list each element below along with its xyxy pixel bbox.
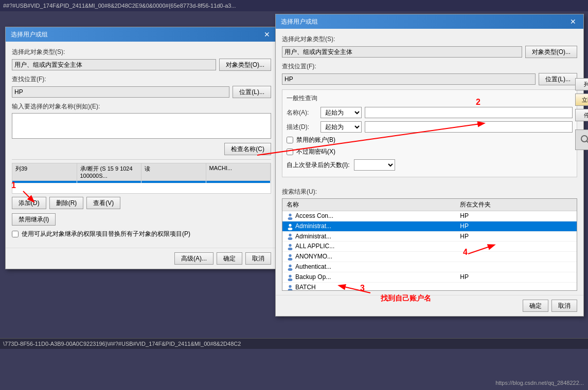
days-label: 自上次登录后的天数(I):: [287, 161, 350, 170]
disabled-accounts-checkbox[interactable]: [287, 137, 293, 143]
location-input-left: [12, 86, 229, 98]
dialog-right-close[interactable]: ✕: [568, 17, 578, 26]
dialog-right-titlebar: 选择用户或组 ✕: [276, 14, 583, 29]
table-row[interactable]: BATCH: [282, 282, 577, 291]
svg-point-9: [288, 258, 293, 261]
perm-col-inherit: MACHI...: [206, 163, 271, 180]
svg-point-1: [288, 217, 293, 220]
col-name-header: 名称: [282, 199, 456, 211]
check-name-btn[interactable]: 检查名称(C): [224, 143, 271, 155]
url-watermark: https://blog.csdn.net/qq_2848222...: [495, 380, 584, 386]
svg-point-7: [288, 248, 293, 250]
results-section: 搜索结果(U): 名称 所在文件夹 Access Con...HP Admini…: [276, 188, 583, 295]
location-btn-left[interactable]: 位置(L)...: [233, 86, 271, 98]
search-now-btn[interactable]: 立即查找(N): [575, 94, 588, 106]
stop-btn[interactable]: 停止(T): [575, 109, 588, 121]
dialog-left-footer: 高级(A)... 确定 取消: [6, 248, 277, 269]
location-label-right: 查找位置(F):: [282, 62, 577, 71]
table-row[interactable]: Administrat...HP: [282, 221, 577, 231]
svg-point-3: [288, 227, 293, 230]
table-row[interactable]: Access Con...HP: [282, 211, 577, 221]
perm-col-type: 列39: [12, 163, 77, 180]
desc-input[interactable]: [365, 121, 573, 133]
ok-btn-left[interactable]: 确定: [217, 252, 242, 265]
name-label: 名称(A):: [287, 108, 317, 117]
results-table-container[interactable]: 名称 所在文件夹 Access Con...HP Administrat...H…: [282, 198, 577, 291]
svg-point-6: [289, 244, 291, 247]
dialog-left-title: 选择用户或组: [11, 30, 48, 39]
cancel-btn-left[interactable]: 取消: [245, 252, 271, 265]
dialog-select-user-left: 选择用户或组 ✕ 选择此对象类型(S): 对象类型(O)... 查找位置(F):…: [5, 27, 278, 269]
name-input[interactable]: [365, 107, 573, 118]
svg-point-4: [289, 234, 291, 236]
dialog-right-footer: 确定 取消: [276, 295, 583, 316]
replace-checkbox[interactable]: [12, 231, 19, 237]
no-expire-checkbox[interactable]: [287, 148, 293, 155]
col-btn[interactable]: 列(C)...: [575, 78, 588, 90]
svg-point-2: [289, 224, 291, 226]
replace-label: 使用可从此对象继承的权限项目替换所有子对象的权限项目(P): [22, 230, 190, 238]
svg-point-13: [288, 278, 293, 281]
location-input-right: [282, 73, 536, 85]
location-btn-right[interactable]: 位置(L)...: [539, 73, 577, 85]
results-tbody: Access Con...HP Administrat...HP Adminis…: [282, 211, 577, 291]
remove-btn[interactable]: 删除(R): [49, 197, 84, 209]
svg-point-0: [289, 214, 291, 216]
perm-row-1[interactable]: [12, 181, 271, 183]
main-area: 选择用户或组 ✕ 选择此对象类型(S): 对象类型(O)... 查找位置(F):…: [0, 11, 588, 390]
table-row[interactable]: Backup Op...HP: [282, 272, 577, 282]
disabled-accounts-row: 禁用的账户(B): [287, 136, 573, 144]
svg-point-10: [289, 265, 291, 267]
dialog-left-body: 选择此对象类型(S): 对象类型(O)... 查找位置(F): 位置(L)...…: [6, 42, 277, 248]
dialog-left-titlebar: 选择用户或组 ✕: [6, 27, 277, 42]
general-query-section: 一般性查询 名称(A): 起始为 描述(D): 起始为: [282, 89, 577, 177]
days-row: 自上次登录后的天数(I):: [287, 159, 573, 171]
name-dropdown[interactable]: 起始为: [320, 107, 362, 118]
perm-table-header: 列39 承/断开 (S 15 9 1024 100000S... 读 MACHI…: [12, 163, 271, 181]
disable-inherit-btn[interactable]: 禁用继承(I): [12, 213, 56, 226]
magnifier-icon: [579, 134, 588, 146]
divider-1: [12, 159, 271, 160]
object-type-label-right: 选择此对象类型(S):: [282, 35, 577, 44]
disabled-accounts-label: 禁用的账户(B): [296, 136, 335, 144]
add-btn[interactable]: 添加(D): [12, 197, 46, 209]
advanced-btn-left[interactable]: 高级(A)...: [174, 252, 213, 265]
object-name-input-area[interactable]: [12, 113, 271, 139]
top-bar: ##?#USB#VID_174F&PID_2411&MI_00#8&2D48C2…: [0, 0, 588, 11]
ok-btn-right[interactable]: 确定: [523, 300, 548, 312]
table-row[interactable]: ANONYMO...: [282, 252, 577, 262]
no-expire-row: 不过期密码(X): [287, 147, 573, 156]
action-buttons: 添加(D) 删除(R) 查看(V): [12, 197, 271, 209]
path-text: \773D-8F56-11D0-A3B9-00A0C9223196}\##?#U…: [3, 341, 241, 347]
right-action-btns: 列(C)... 立即查找(N) 停止(T): [575, 78, 588, 150]
permissions-table: 列39 承/断开 (S 15 9 1024 100000S... 读 MACHI…: [12, 163, 271, 194]
table-row[interactable]: ALL APPLIC...: [282, 242, 577, 252]
object-type-btn-right[interactable]: 对象类型(O)...: [525, 46, 577, 58]
object-type-input-left: [12, 59, 216, 70]
table-row[interactable]: Administrat...HP: [282, 231, 577, 242]
table-row[interactable]: Authenticat...: [282, 262, 577, 272]
general-query-title: 一般性查询: [287, 94, 573, 103]
results-label: 搜索结果(U):: [282, 188, 577, 196]
desc-dropdown[interactable]: 起始为: [320, 121, 362, 133]
view-btn[interactable]: 查看(V): [86, 197, 120, 209]
object-type-input-right: [282, 46, 522, 58]
object-type-btn-left[interactable]: 对象类型(O)...: [219, 59, 271, 71]
desc-label: 描述(D):: [287, 123, 317, 132]
path-bar: \773D-8F56-11D0-A3B9-00A0C9223196}\##?#U…: [0, 338, 588, 349]
dialog-right-title: 选择用户或组: [281, 17, 318, 26]
svg-point-8: [289, 254, 291, 257]
perm-col-name: 承/断开 (S 15 9 1024 100000S...: [77, 163, 142, 180]
col-folder-header: 所在文件夹: [456, 199, 577, 211]
top-bar-text: ##?#USB#VID_174F&PID_2411&MI_00#8&2D48C2…: [3, 3, 236, 9]
cancel-btn-right[interactable]: 取消: [551, 300, 577, 312]
results-table: 名称 所在文件夹 Access Con...HP Administrat...H…: [282, 199, 577, 291]
dialog-left-close[interactable]: ✕: [262, 30, 272, 39]
replace-checkbox-row: 使用可从此对象继承的权限项目替换所有子对象的权限项目(P): [12, 230, 271, 238]
enter-object-label: 输入要选择的对象名称(例如)(E):: [12, 102, 271, 111]
days-dropdown[interactable]: [354, 159, 395, 171]
no-expire-label: 不过期密码(X): [296, 147, 335, 156]
object-type-label-left: 选择此对象类型(S):: [12, 48, 271, 57]
perm-col-access: 读: [141, 163, 206, 180]
svg-point-15: [288, 288, 293, 291]
